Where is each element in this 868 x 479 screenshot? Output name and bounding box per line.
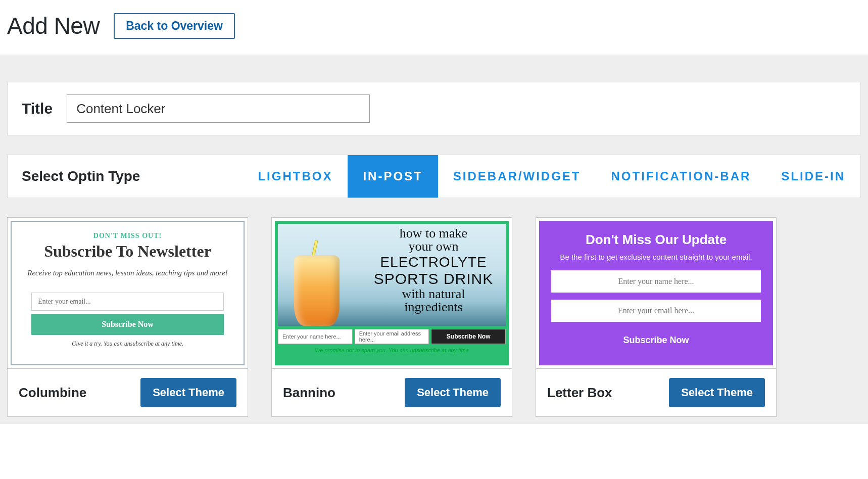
preview-script-1: how to make (365, 227, 502, 240)
theme-name: Columbine (19, 385, 86, 401)
preview-bannino: how to make your own ELECTROLYTE SPORTS … (275, 221, 509, 365)
preview-block-2: SPORTS DRINK (365, 270, 502, 288)
theme-grid: DON'T MISS OUT! Subscribe To Newsletter … (7, 217, 861, 417)
theme-card-footer: Columbine Select Theme (7, 369, 248, 417)
tab-in-post[interactable]: IN-POST (348, 155, 438, 198)
theme-preview: how to make your own ELECTROLYTE SPORTS … (271, 217, 512, 369)
tab-lightbox[interactable]: LIGHTBOX (243, 155, 348, 198)
preview-copy: how to make your own ELECTROLYTE SPORTS … (365, 227, 502, 314)
select-theme-button[interactable]: Select Theme (140, 378, 236, 407)
preview-email-input: Enter your email address here... (355, 329, 429, 344)
preview-hero: how to make your own ELECTROLYTE SPORTS … (278, 224, 506, 326)
page-title: Add New (7, 12, 100, 39)
preview-subscribe-button: Subscribe Now (431, 329, 506, 344)
theme-card-footer: Bannino Select Theme (271, 369, 512, 417)
preview-eyebrow: DON'T MISS OUT! (21, 232, 234, 240)
optin-type-label: Select Optin Type (8, 168, 155, 184)
optin-type-panel: Select Optin Type LIGHTBOX IN-POST SIDEB… (7, 155, 861, 198)
select-theme-button[interactable]: Select Theme (669, 378, 765, 407)
theme-card-footer: Letter Box Select Theme (536, 369, 777, 417)
title-input[interactable] (67, 94, 370, 123)
work-area: Title Select Optin Type LIGHTBOX IN-POST… (0, 55, 868, 424)
preview-subtitle: Be the first to get exclusive content st… (551, 253, 761, 261)
preview-letter-box: Don't Miss Our Update Be the first to ge… (539, 221, 773, 365)
preview-email-input: Enter your email... (31, 293, 224, 311)
page-header: Add New Back to Overview (0, 0, 868, 55)
preview-script-4: ingredients (365, 301, 502, 314)
title-panel: Title (7, 82, 861, 135)
optin-type-tabs: LIGHTBOX IN-POST SIDEBAR/WIDGET NOTIFICA… (243, 155, 860, 198)
preview-footnote: Give it a try. You can unsubscribe at an… (21, 340, 234, 348)
tab-slide-in[interactable]: SLIDE-IN (766, 155, 860, 198)
preview-name-input: Enter your name here... (551, 270, 761, 293)
preview-name-input: Enter your name here... (278, 329, 353, 344)
tab-sidebar-widget[interactable]: SIDEBAR/WIDGET (438, 155, 596, 198)
preview-subtitle: Receive top education news, lesson ideas… (21, 269, 234, 277)
preview-footnote: We promise not to spam you. You can unsu… (278, 347, 506, 353)
preview-title: Don't Miss Our Update (551, 232, 761, 248)
back-to-overview-button[interactable]: Back to Overview (114, 13, 235, 39)
preview-columbine: DON'T MISS OUT! Subscribe To Newsletter … (11, 221, 245, 365)
juice-glass-icon (289, 245, 350, 326)
theme-card-letter-box: Don't Miss Our Update Be the first to ge… (536, 217, 777, 417)
select-theme-button[interactable]: Select Theme (405, 378, 501, 407)
preview-subscribe-button: Subscribe Now (551, 335, 761, 346)
preview-script-3: with natural (365, 288, 502, 301)
theme-card-columbine: DON'T MISS OUT! Subscribe To Newsletter … (7, 217, 248, 417)
preview-email-input: Enter your email here... (551, 300, 761, 322)
theme-name: Letter Box (547, 385, 612, 401)
title-label: Title (22, 100, 53, 117)
preview-form: Enter your name here... Enter your email… (278, 329, 506, 344)
preview-script-2: your own (365, 240, 502, 253)
preview-subscribe-button: Subscribe Now (31, 314, 224, 335)
preview-block-1: ELECTROLYTE (365, 254, 502, 270)
theme-card-bannino: how to make your own ELECTROLYTE SPORTS … (271, 217, 512, 417)
theme-preview: DON'T MISS OUT! Subscribe To Newsletter … (7, 217, 248, 369)
preview-title: Subscribe To Newsletter (21, 242, 234, 261)
theme-name: Bannino (283, 385, 335, 401)
tab-notification-bar[interactable]: NOTIFICATION-BAR (596, 155, 766, 198)
theme-preview: Don't Miss Our Update Be the first to ge… (536, 217, 777, 369)
